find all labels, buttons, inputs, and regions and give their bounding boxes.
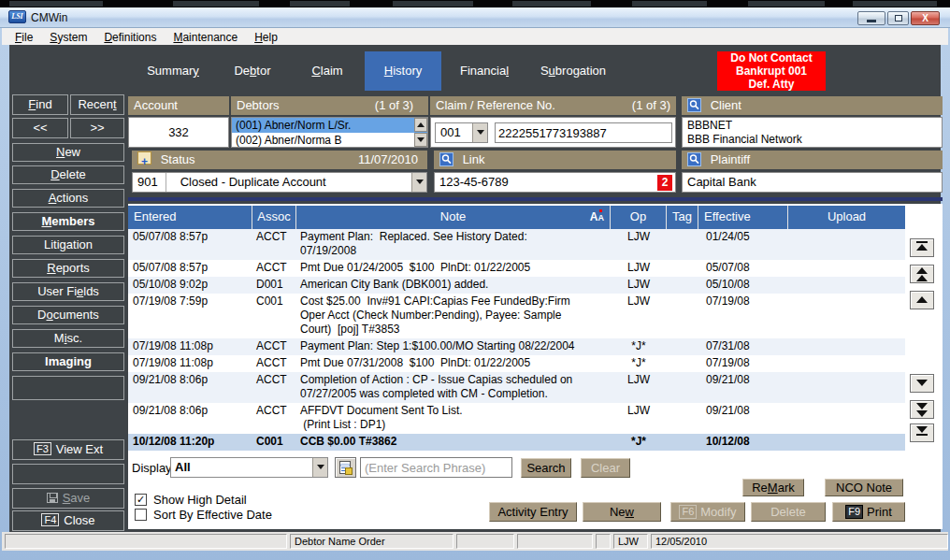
scroll-up-icon[interactable]: [414, 118, 427, 132]
statusbar-debtor-name-order: Debtor Name Order: [290, 534, 453, 549]
statusbar-cell: [596, 534, 611, 549]
nco-note-button[interactable]: NCO Note: [825, 479, 903, 496]
cell-note: Completion of Action : CP - Issue Capias…: [296, 373, 611, 401]
menu-bar: FileSystemDefinitionsMaintenanceHelp: [2, 28, 948, 45]
table-row[interactable]: 05/07/08 8:57pACCTPayment Plan: Replaced…: [128, 229, 905, 260]
chevron-down-icon[interactable]: [472, 123, 487, 142]
folder-plus-icon[interactable]: [137, 151, 151, 165]
tab-summary[interactable]: Summary: [136, 51, 210, 91]
cell-note: AFFDVT Document Sent To List. (Print Lis…: [296, 404, 611, 432]
scroll-up-button[interactable]: [910, 291, 934, 309]
column-header-effective[interactable]: Effective: [698, 206, 788, 229]
table-row[interactable]: 09/21/08 8:06pACCTCompletion of Action :…: [128, 372, 905, 403]
menu-system[interactable]: System: [41, 29, 95, 46]
modify-button[interactable]: F6Modify: [670, 502, 745, 522]
sidebar-item-blank[interactable]: [12, 376, 124, 400]
scroll-down-button[interactable]: [910, 374, 934, 393]
sidebar->>-button[interactable]: >>: [70, 118, 124, 138]
sidebar-close-button[interactable]: F4Close: [12, 510, 124, 531]
cell-note: Cost $25.00 Inv#91 CAPI:Capias Fee Funde…: [296, 294, 611, 337]
search-input[interactable]: [360, 457, 512, 478]
sidebar-find-button[interactable]: Find: [12, 94, 68, 115]
scroll-page-down-button[interactable]: [910, 400, 934, 419]
sidebar-recent-button[interactable]: Recent: [70, 94, 124, 115]
close-label: Close: [64, 513, 94, 527]
table-row[interactable]: 07/19/08 11:08pACCTPayment Plan: Step 1:…: [128, 338, 905, 355]
claim-seq-dropdown[interactable]: 001: [435, 122, 488, 143]
table-row[interactable]: 05/10/08 9:02pD001American City Bank (DB…: [128, 277, 905, 294]
table-row[interactable]: 07/19/08 7:59pC001Cost $25.00 Inv#91 CAP…: [128, 294, 905, 338]
column-header-upload[interactable]: Upload: [788, 206, 905, 229]
column-header-entered[interactable]: Entered: [128, 206, 252, 229]
status-dropdown[interactable]: 901 Closed - Duplicate Account: [132, 172, 427, 193]
history-table-header: EnteredAssocNoteOpTagEffectiveUpload: [128, 206, 905, 229]
table-row[interactable]: 10/12/08 11:20pC001CCB $0.00 T#3862*J*10…: [128, 434, 905, 451]
activity-entry-label: Activity Entry: [497, 505, 568, 519]
delete-button[interactable]: Delete: [751, 502, 826, 522]
menu-file[interactable]: File: [7, 29, 41, 46]
menu-maintenance[interactable]: Maintenance: [165, 29, 246, 46]
scroll-page-up-button[interactable]: [910, 265, 934, 283]
print-label: Print: [867, 505, 892, 519]
search-button[interactable]: Search: [521, 458, 571, 478]
sidebar-item-actions[interactable]: Actions: [12, 189, 124, 208]
scroll-last-button[interactable]: [910, 424, 934, 442]
debtor-list-item[interactable]: (002) Abner/Norma B: [232, 133, 427, 148]
table-row[interactable]: 07/19/08 11:08pACCTPmt Due 07/31/2008 $1…: [128, 355, 905, 372]
table-row[interactable]: 05/07/08 8:57pACCTPmt Due 01/24/2005 $10…: [128, 260, 905, 277]
chevron-down-icon[interactable]: [411, 173, 426, 192]
chevron-down-icon[interactable]: [312, 458, 327, 477]
tab-claim[interactable]: Claim: [299, 51, 355, 91]
minimize-button[interactable]: [857, 11, 885, 25]
show-high-detail-checkbox[interactable]: ✓: [135, 494, 147, 506]
debtor-list-item[interactable]: (001) Abner/Norm L/Sr.: [232, 118, 427, 133]
clear-button[interactable]: Clear: [581, 458, 630, 478]
display-for-dropdown[interactable]: All: [170, 457, 328, 478]
link-count-badge[interactable]: 2: [657, 175, 672, 191]
sidebar-item-documents[interactable]: Documents: [12, 306, 124, 324]
cell-upload: [788, 294, 905, 337]
scroll-first-button[interactable]: [910, 238, 934, 257]
sidebar-item-litigation[interactable]: Litigation: [12, 236, 124, 254]
debtors-scrollbar[interactable]: [414, 118, 427, 147]
history-table[interactable]: 05/07/08 8:57pACCTPayment Plan: Replaced…: [128, 229, 905, 451]
tab-subrogation[interactable]: Subrogation: [530, 51, 616, 91]
note-options-button[interactable]: [335, 457, 356, 478]
sidebar-item-reports[interactable]: Reports: [12, 259, 124, 278]
sort-by-effective-checkbox[interactable]: [135, 509, 147, 521]
tab-debtor[interactable]: Debtor: [223, 51, 282, 91]
cell-tag: [667, 261, 698, 275]
menu-help[interactable]: Help: [246, 29, 286, 46]
lookup-magnifier-icon[interactable]: [687, 98, 701, 112]
restore-button[interactable]: [887, 11, 909, 25]
table-row[interactable]: 09/21/08 8:06pACCTAFFDVT Document Sent T…: [128, 403, 905, 434]
tab-history[interactable]: History: [365, 51, 441, 91]
sidebar-<<-button[interactable]: <<: [12, 118, 68, 138]
activity-entry-button[interactable]: Activity Entry: [489, 502, 577, 522]
sidebar-item-delete[interactable]: Delete: [12, 165, 124, 184]
print-button[interactable]: F9Print: [832, 502, 905, 522]
sidebar-blank-button[interactable]: [12, 464, 124, 484]
sidebar-view-ext-button[interactable]: F3View Ext: [12, 439, 124, 460]
sidebar-item-imaging[interactable]: Imaging: [12, 352, 124, 371]
sidebar-item-members[interactable]: Members: [12, 212, 124, 231]
sidebar-item-user-fields[interactable]: User Fields: [12, 282, 124, 301]
tab-financial[interactable]: Financial: [455, 51, 513, 91]
column-header-assoc[interactable]: Assoc: [252, 206, 296, 229]
sidebar-save-button[interactable]: Save: [12, 488, 124, 509]
claim-number-field[interactable]: [495, 122, 672, 143]
column-header-note[interactable]: Note: [296, 206, 611, 229]
font-size-icon[interactable]: [590, 208, 604, 226]
lookup-magnifier-icon[interactable]: [439, 152, 453, 166]
sidebar-item-misc[interactable]: Misc.: [12, 329, 124, 348]
sidebar-item-new[interactable]: New: [12, 143, 124, 162]
column-header-op[interactable]: Op: [611, 206, 667, 229]
column-header-tag[interactable]: Tag: [667, 206, 698, 229]
remark-button[interactable]: ReMark: [742, 479, 804, 496]
menu-definitions[interactable]: Definitions: [95, 29, 165, 46]
lookup-magnifier-icon[interactable]: [687, 152, 701, 166]
debtors-list[interactable]: (001) Abner/Norm L/Sr.(002) Abner/Norma …: [231, 117, 428, 148]
new-button[interactable]: New: [583, 502, 661, 522]
close-button[interactable]: [911, 11, 940, 25]
scroll-down-icon[interactable]: [414, 133, 427, 147]
